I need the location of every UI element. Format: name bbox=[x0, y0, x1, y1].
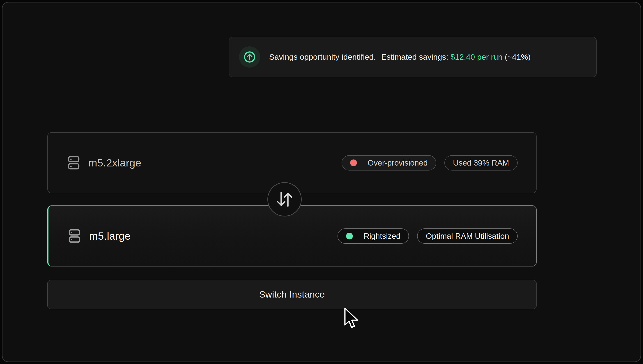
circle-arrow-up-icon bbox=[239, 46, 260, 68]
ram-usage-badge: Optimal RAM Utilisation bbox=[417, 228, 518, 244]
swap-vertical-icon bbox=[267, 182, 302, 216]
status-dot bbox=[346, 233, 353, 240]
instance-name: m5.large bbox=[89, 230, 131, 242]
ram-usage-badge: Used 39% RAM bbox=[444, 155, 518, 170]
server-icon bbox=[68, 229, 81, 243]
savings-banner: Savings opportunity identified. Estimate… bbox=[229, 37, 597, 77]
switch-instance-button[interactable]: Switch Instance bbox=[47, 280, 537, 309]
status-badge: Rightsized bbox=[338, 228, 409, 244]
app-canvas: Savings opportunity identified. Estimate… bbox=[0, 0, 643, 364]
status-badge-label: Over-provisioned bbox=[368, 158, 428, 167]
status-dot bbox=[350, 160, 357, 166]
badge-group: Rightsized Optimal RAM Utilisation bbox=[338, 228, 518, 244]
server-icon bbox=[68, 156, 80, 170]
instance-name: m5.2xlarge bbox=[88, 156, 141, 169]
badge-group: Over-provisioned Used 39% RAM bbox=[342, 155, 518, 170]
estimate-label: Estimated savings: bbox=[381, 52, 448, 61]
estimate-note: (~41%) bbox=[505, 52, 531, 61]
savings-headline: Savings opportunity identified. bbox=[269, 52, 376, 61]
estimate-value: $12.40 per run bbox=[450, 52, 502, 61]
savings-message: Savings opportunity identified. Estimate… bbox=[269, 52, 531, 62]
status-badge: Over-provisioned bbox=[342, 155, 437, 170]
status-badge-label: Rightsized bbox=[364, 232, 400, 240]
